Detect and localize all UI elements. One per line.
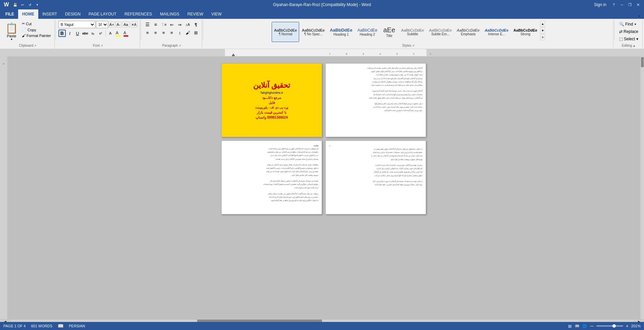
editing-group: 🔍 Find ▼ ⇄ Replace ⬚ Select ▾ Editing ▲	[615, 19, 643, 49]
separator-font	[105, 30, 106, 37]
styles-content: AaBbCcDdEe ¶ Normal AaBbCcDdEe ¶ No Spac…	[271, 20, 546, 44]
collapse-ribbon-button[interactable]: ▲	[636, 12, 643, 19]
styles-expand-button[interactable]: ≡	[540, 34, 545, 40]
format-painter-button[interactable]: 🖌 Format Painter	[20, 33, 52, 38]
clear-format-button[interactable]: ✕A	[130, 22, 138, 28]
editing-expand-icon[interactable]: ▲	[633, 44, 636, 47]
style-emphasis[interactable]: AaBbCcDdEe Emphasis	[455, 22, 482, 42]
cover-website: Tahghighonline.ir	[260, 91, 283, 94]
redo-icon[interactable]: ↺	[27, 2, 33, 8]
clipboard-expand-icon[interactable]: ↗	[34, 44, 37, 47]
save-icon[interactable]: 💾	[12, 2, 18, 8]
para-row1: ☰ ≡ ⋮≡ ⇐ ⇒ ↕A ¶	[144, 21, 199, 28]
replace-button[interactable]: ⇄ Replace	[617, 28, 640, 35]
style-strong[interactable]: AaBbCcDdEe Strong	[511, 22, 540, 42]
justify-button[interactable]: ≡	[168, 29, 175, 36]
zoom-out-button[interactable]: ─	[590, 323, 594, 324]
document-scroll-area[interactable]: تحقیق آنلاین Tahghighonline.ir مرجع دانل…	[7, 56, 640, 319]
change-case-button[interactable]: Aa	[122, 22, 130, 28]
style-heading1[interactable]: AaBbDdEe Heading 1	[327, 22, 355, 42]
tab-insert[interactable]: INSERT	[38, 9, 61, 19]
sign-in-button[interactable]: Sign in	[591, 2, 609, 8]
scrollbar-thumb[interactable]	[641, 57, 644, 67]
font-size-selector[interactable]: 16	[96, 21, 108, 28]
tab-design[interactable]: DESIGN	[61, 9, 85, 19]
cover-subtitle4: با کمترین قیمت بازار	[257, 111, 286, 114]
decrease-indent-button[interactable]: ⇐	[168, 21, 175, 28]
numbering-button[interactable]: ≡	[152, 21, 159, 28]
font-shrink-button[interactable]: A-	[116, 22, 122, 28]
tab-view[interactable]: VIEW	[207, 9, 226, 19]
style-intense-e-preview: AaBbCcDdEe	[485, 28, 508, 32]
style-intense-e[interactable]: AaBbCcDdEe Intense E...	[482, 22, 511, 42]
font-grow-button[interactable]: A+	[109, 22, 115, 28]
close-button[interactable]: ✕	[635, 1, 641, 8]
multi-level-list-button[interactable]: ⋮≡	[160, 21, 167, 28]
strikethrough-button[interactable]: abc	[82, 30, 89, 37]
styles-scroll-up-button[interactable]: ▲	[540, 21, 545, 27]
highlight-button[interactable]: A	[114, 30, 122, 37]
tab-file[interactable]: FILE	[1, 9, 18, 19]
web-layout-button[interactable]: 🌐	[582, 323, 588, 324]
style-title-label: Title	[386, 34, 393, 38]
minimize-button[interactable]: ─	[618, 1, 625, 8]
italic-button[interactable]: I	[66, 30, 74, 37]
subscript-button[interactable]: x₂	[89, 30, 97, 37]
cut-label: Cut	[26, 22, 32, 26]
tab-review[interactable]: REVIEW	[183, 9, 207, 19]
align-right-button[interactable]: ≡	[160, 29, 167, 36]
tab-home[interactable]: HOME	[18, 9, 38, 19]
style-heading2-preview: AaBbCdEe	[357, 28, 377, 33]
style-no-spacing[interactable]: AaBbCcDdEe ¶ No Spac...	[300, 22, 327, 42]
zoom-in-button[interactable]: +	[626, 323, 629, 324]
underline-button[interactable]: U	[74, 30, 81, 37]
customize-icon[interactable]: ▼	[34, 2, 40, 8]
tab-references[interactable]: REFERENCES	[121, 9, 156, 19]
print-layout-button[interactable]: ▤	[567, 323, 573, 324]
proofread-icon[interactable]: 📖	[58, 323, 63, 324]
font-expand-icon[interactable]: ↗	[100, 44, 103, 47]
find-button[interactable]: 🔍 Find ▼	[617, 21, 639, 28]
font-label: Font ↗	[58, 44, 138, 48]
increase-indent-button[interactable]: ⇒	[176, 21, 183, 28]
style-normal[interactable]: AaBbCcDdEe ¶ Normal	[272, 22, 299, 42]
style-heading2[interactable]: AaBbCdEe Heading 2	[355, 22, 379, 42]
read-mode-button[interactable]: 📖	[574, 323, 580, 324]
select-button[interactable]: ⬚ Select ▾	[617, 36, 640, 42]
style-title[interactable]: aЕе Title	[380, 22, 399, 42]
align-left-button[interactable]: ≡	[144, 29, 151, 36]
border-button[interactable]: ⊞	[192, 29, 199, 36]
vertical-scrollbar[interactable]	[640, 56, 644, 319]
text-effects-button[interactable]: A	[107, 30, 114, 37]
shading-button[interactable]: 🖌	[184, 29, 191, 36]
question-button[interactable]: ?	[610, 1, 617, 8]
bullets-button[interactable]: ☰	[144, 21, 151, 28]
style-subtle-em[interactable]: AaBbCcDdEe Subtle Em...	[427, 22, 454, 42]
align-center-button[interactable]: ≡	[152, 29, 159, 36]
font-color-icon: A	[124, 30, 128, 37]
style-subtitle[interactable]: AaBbCcDdEe Subtitle	[399, 22, 426, 42]
ruler-tab-marker[interactable]	[232, 53, 235, 56]
bold-button[interactable]: B	[58, 30, 66, 37]
ribbon: 📋 Paste ▼ ✂ Cut 📄 Copy 🖌 Format Painter	[0, 19, 644, 49]
paste-button[interactable]: 📋 Paste ▼	[3, 21, 20, 42]
paragraph-expand-icon[interactable]: ↗	[179, 44, 181, 47]
vertical-ruler: 1 2 3 4 5 6 7 8 9	[0, 56, 7, 319]
tab-mailings[interactable]: MAILINGS	[156, 9, 183, 19]
styles-expand-icon[interactable]: ↗	[412, 44, 415, 47]
style-normal-label: ¶ Normal	[279, 32, 292, 36]
show-para-marks-button[interactable]: ¶	[192, 21, 199, 28]
tab-page-layout[interactable]: PAGE LAYOUT	[85, 9, 121, 19]
sort-button[interactable]: ↕A	[184, 21, 191, 28]
styles-scroll-down-button[interactable]: ▼	[540, 28, 545, 34]
font-color-button[interactable]: A	[122, 30, 130, 37]
style-intense-e-label: Intense E...	[488, 32, 505, 36]
copy-button[interactable]: 📄 Copy	[20, 27, 52, 33]
restore-button[interactable]: ❐	[627, 1, 633, 8]
line-spacing-button[interactable]: ↕	[176, 29, 183, 36]
font-name-selector[interactable]: B Yagut	[58, 21, 95, 28]
undo-icon[interactable]: ↩	[19, 2, 26, 8]
cut-button[interactable]: ✂ Cut	[20, 21, 52, 27]
superscript-button[interactable]: x²	[97, 30, 104, 37]
paste-dropdown-icon[interactable]: ▼	[10, 38, 13, 41]
